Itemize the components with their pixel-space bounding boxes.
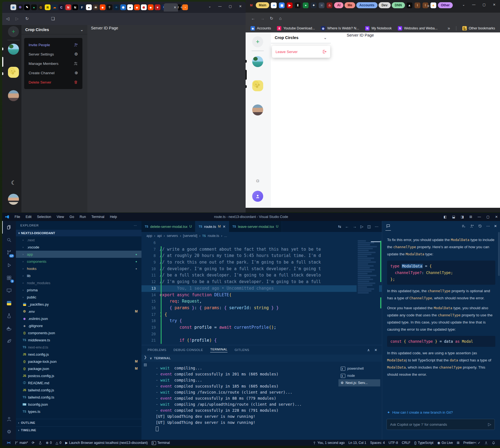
chat-transcript[interactable]: To fix this error, you should update the… [382, 232, 500, 414]
user-avatar[interactable] [252, 191, 263, 202]
leaf-activity-icon[interactable] [2, 335, 16, 347]
bookmark-item[interactable]: ◍Where Is Webb? N... [321, 26, 359, 31]
minimize-icon[interactable]: — [218, 4, 222, 8]
maximize-icon[interactable]: ▢ [487, 215, 490, 219]
maximize-icon[interactable]: ▢ [229, 4, 232, 8]
reload-icon[interactable]: ↻ [25, 16, 29, 21]
explorer-item-next-env.d.ts[interactable]: TSnext-env.d.ts [16, 344, 141, 351]
pinned-tab-icon[interactable]: ▶ [287, 2, 293, 8]
status-ln[interactable]: Ln 13, Col 1 [349, 441, 366, 445]
explorer-item-README.md[interactable]: ⓘREADME.md [16, 379, 141, 386]
pinned-tab-icon[interactable]: G [38, 4, 44, 10]
terminal-session-node[interactable]: ❯node [338, 372, 380, 379]
pinned-tab-icon[interactable]: ▼ [155, 4, 160, 10]
flask-activity-icon[interactable] [2, 309, 16, 322]
explorer-item-.gitignore[interactable]: ◈.gitignore [16, 322, 141, 329]
menu-item-manage-members[interactable]: Manage Members [26, 59, 80, 68]
menu-go[interactable]: Go [68, 214, 76, 220]
status-remote[interactable]: >< [7, 441, 11, 445]
explorer-item-components[interactable]: ›components● [16, 258, 141, 265]
add-server-button[interactable]: + [8, 26, 19, 37]
pinned-tab-icon[interactable]: ● [127, 4, 133, 10]
files-activity-icon[interactable] [2, 221, 16, 234]
editor-action-icon[interactable]: ⇆ [338, 224, 341, 229]
active-tab[interactable]: ✕ [164, 3, 178, 12]
explorer-item-next.config.js[interactable]: JSnext.config.js [16, 351, 141, 358]
status-prettier+[interactable]: Prettier+: ✓ [463, 441, 480, 445]
panel-tab-debug-console[interactable]: DEBUG CONSOLE [174, 348, 203, 352]
chevron-icon[interactable]: ∨ [150, 356, 152, 360]
status-crlf[interactable]: CRLF [402, 441, 410, 445]
tab-group-main[interactable]: Main [256, 2, 269, 8]
tab-group-me[interactable]: Me [345, 2, 355, 8]
pinned-tab-icon[interactable]: ☁ [52, 4, 57, 10]
server-avatar-man[interactable] [8, 90, 19, 101]
python-activity-icon[interactable] [2, 297, 16, 309]
tab-search-chevron-icon[interactable]: ⌄ [462, 3, 465, 7]
pinned-tab-icon[interactable]: ♨ [327, 2, 332, 8]
bookmark-item[interactable]: ◆Accounts [251, 26, 271, 31]
status-flask[interactable] [38, 441, 42, 445]
panel-close-icon[interactable]: ✕ [374, 348, 377, 352]
panel-tab-terminal[interactable]: TERMINAL [210, 348, 227, 352]
explorer-item-.vscode[interactable]: ›.vscode [16, 244, 141, 251]
pinned-tab-icon[interactable]: Ⅱ [295, 2, 301, 8]
close-icon[interactable]: ✕ [493, 3, 496, 7]
pinned-tab-icon[interactable]: C [59, 4, 64, 10]
menu-item-create-channel[interactable]: Create Channel⊕ [26, 68, 80, 77]
editor-action-icon[interactable]: ← [345, 224, 349, 229]
leave-server-menu-item[interactable]: Leave Server [272, 46, 330, 58]
bookmark-item[interactable]: NMy Notebook [365, 26, 392, 31]
layout-icon[interactable]: ⬓ [452, 215, 455, 219]
explorer-item-tsconfig.json[interactable]: TStsconfig.json [16, 401, 141, 408]
editor-action-icon[interactable]: ▷ [360, 224, 363, 229]
explorer-item-postcss.config.js[interactable]: JSpostcss.config.js [16, 372, 141, 379]
explorer-item-_packfiles.py[interactable]: _packfiles.py [16, 301, 141, 308]
explorer-item-.eslintrc.json[interactable]: ◉.eslintrc.json [16, 315, 141, 322]
status-sync[interactable]: ⟳ [32, 441, 35, 445]
menu-selection[interactable]: Selection [35, 214, 53, 220]
server-header[interactable]: Crop Circles ⌄ [21, 25, 87, 34]
project-root-row[interactable]: ∨NEXT13-DISCORDANT [16, 230, 141, 236]
explorer-item-tailwind.config.js[interactable]: JStailwind.config.js [16, 386, 141, 394]
ext-activity-icon[interactable]: 1 [2, 272, 16, 284]
breadcrumb-item[interactable]: route.ts [208, 234, 219, 238]
menu-item-delete-server[interactable]: Delete Server [26, 78, 80, 87]
pinned-tab-icon[interactable]: ☥ [107, 4, 112, 10]
branch-activity-icon[interactable]: 17 [2, 246, 16, 259]
back-icon[interactable]: ◁ [6, 16, 9, 21]
chat-suggestion-link[interactable]: ✦ How can I create a new branch in Git? [387, 410, 453, 414]
pinned-tab-icon[interactable]: ⁘ [113, 4, 119, 10]
close-icon[interactable]: ✕ [239, 4, 242, 8]
breadcrumb-item[interactable]: api [157, 234, 162, 238]
explorer-item-.next[interactable]: ›.next [16, 236, 141, 244]
status-typescript[interactable]: {}TypeScript [414, 441, 434, 445]
status-spaces[interactable]: Spaces: 4 [370, 441, 385, 445]
status-person[interactable] [484, 441, 488, 445]
pinned-tab-icon[interactable]: F [79, 4, 85, 10]
section-timeline[interactable]: ›TIMELINE [16, 426, 141, 434]
server-avatar-man[interactable] [252, 104, 263, 115]
editor-action-icon[interactable]: ◫ [367, 224, 371, 229]
pinned-tab-icon[interactable]: N [65, 4, 71, 10]
tab-group-accounts[interactable]: Accounts [356, 2, 377, 8]
explorer-item-prisma[interactable]: ›prisma [16, 286, 141, 294]
clear-chat-icon[interactable] [462, 224, 466, 228]
panel-tab-problems[interactable]: PROBLEMS [148, 348, 166, 352]
section-outline[interactable]: ›OUTLINE [16, 419, 141, 426]
pinned-tab-icon[interactable]: ◉ [141, 4, 147, 10]
explorer-item-public[interactable]: ›public [16, 294, 141, 301]
menu-help[interactable]: Help [108, 214, 119, 220]
close-panel-icon[interactable]: ✕ [494, 224, 497, 228]
new-tab-button[interactable]: + [427, 3, 430, 9]
explorer-item-components.json[interactable]: {}components.json [16, 329, 141, 336]
server-avatar-crop-circles[interactable] [252, 80, 263, 91]
editor-tab-leave-server-modal.tsx[interactable]: TSleave-server-modal.tsxU [229, 221, 282, 232]
pinned-tab-icon[interactable]: ● [303, 2, 309, 8]
chat-tab-icon[interactable] [385, 222, 391, 231]
pinned-tab-icon[interactable]: ● [86, 4, 92, 10]
reload-icon[interactable]: ↻ [270, 16, 273, 21]
other-bookmarks[interactable]: ▙Other bookmarks [462, 26, 495, 31]
status-bell[interactable] [492, 441, 495, 445]
minimap-slider[interactable] [371, 241, 380, 242]
